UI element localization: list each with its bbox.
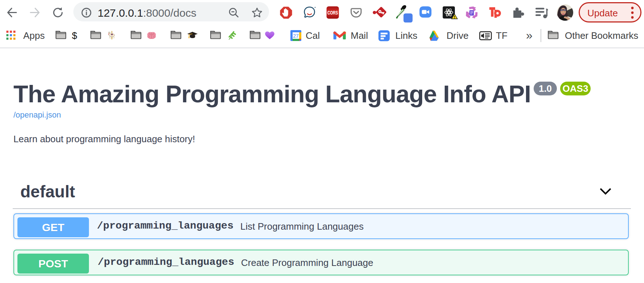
svg-text:27: 27	[293, 33, 299, 39]
svg-text:CORS: CORS	[327, 9, 338, 16]
